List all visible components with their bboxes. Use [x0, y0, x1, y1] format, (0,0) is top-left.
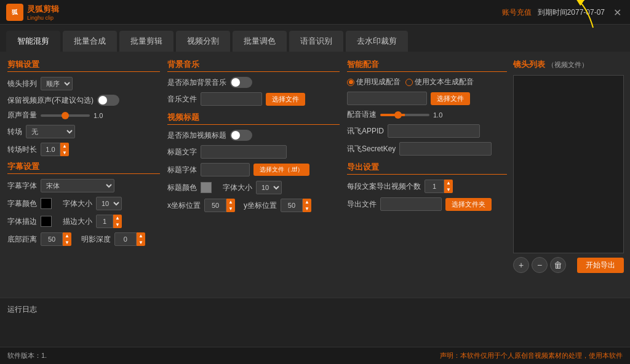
keep-audio-row: 保留视频原声(不建议勾选): [7, 95, 160, 106]
keep-audio-toggle[interactable]: [97, 95, 119, 106]
dubbing-speed-value: 1.0: [433, 111, 448, 119]
title-color-swatch[interactable]: [201, 182, 212, 193]
add-music-label: 是否添加背景音乐: [167, 77, 226, 88]
original-volume-label: 原声音量: [7, 110, 37, 121]
right-panel: 智能配音 使用现成配音 使用文本生成配音 选择文件: [347, 59, 624, 290]
shadow-depth-input[interactable]: [114, 232, 137, 246]
shadow-depth-label: 明影深度: [81, 234, 111, 245]
lens-order-select[interactable]: 顺序 随机: [41, 77, 73, 90]
vip-link[interactable]: 账号充值: [502, 7, 532, 18]
y-pos-up[interactable]: ▲: [303, 199, 311, 205]
title-bar: 狐 灵狐剪辑 Linghu clip 账号充值 到期时间2077-07-07 ✕: [0, 0, 630, 25]
tab-video-split[interactable]: 视频分割: [176, 31, 230, 52]
clip-list-panel: 镜头列表 （视频文件） + − 🗑 开始导出: [513, 59, 624, 290]
status-left: 软件版本：1.: [7, 351, 47, 360]
per-copy-input[interactable]: [425, 180, 444, 193]
tab-speech-recognition[interactable]: 语音识别: [289, 31, 343, 52]
secret-key-label: 讯飞SecretKey: [347, 144, 396, 154]
delete-clip-btn[interactable]: 🗑: [550, 257, 566, 273]
add-music-toggle[interactable]: [230, 77, 252, 88]
log-area: 运行日志: [0, 298, 630, 347]
transition-duration-down[interactable]: ▼: [60, 149, 69, 156]
original-volume-slider-container: 1.0: [41, 112, 160, 119]
appid-input[interactable]: [388, 124, 480, 138]
use-existing-radio[interactable]: 使用现成配音: [347, 77, 401, 87]
per-copy-down[interactable]: ▼: [444, 186, 453, 193]
arrow-annotation: [556, 0, 605, 31]
start-export-btn[interactable]: 开始导出: [577, 258, 624, 273]
y-pos-input[interactable]: [281, 199, 303, 212]
dubbing-source-radio-group: 使用现成配音 使用文本生成配音: [347, 77, 474, 87]
music-file-input[interactable]: [201, 92, 262, 106]
transition-select[interactable]: 无 淡入淡出: [26, 125, 75, 138]
bottom-margin-input[interactable]: [41, 232, 63, 246]
subtitle-font-select[interactable]: 宋体 黑体 楷体: [41, 179, 114, 192]
x-pos-up[interactable]: ▲: [226, 199, 235, 205]
transition-label: 转场: [7, 127, 22, 137]
tab-batch-color[interactable]: 批量调色: [233, 31, 287, 52]
secret-key-input[interactable]: [399, 142, 492, 156]
tab-watermark-crop[interactable]: 去水印裁剪: [346, 31, 408, 52]
bottom-margin-label: 底部距离: [7, 234, 37, 245]
original-volume-slider[interactable]: [41, 114, 90, 117]
add-title-toggle[interactable]: [230, 130, 252, 141]
title-font-size-label: 字体大小: [223, 183, 252, 193]
bottom-margin-down[interactable]: ▼: [63, 239, 71, 246]
y-pos-spinner: ▲ ▼: [281, 199, 311, 212]
shadow-depth-up[interactable]: ▲: [137, 232, 145, 239]
clip-list-title: 镜头列表: [513, 59, 545, 71]
tab-batch-compose[interactable]: 批量合成: [63, 31, 117, 52]
subtitle-color-swatch[interactable]: [41, 198, 52, 209]
title-text-row: 标题文字: [167, 145, 340, 159]
bottom-margin-row: 底部距离 ▲ ▼ 明影深度 ▲ ▼: [7, 232, 160, 246]
select-font-btn[interactable]: 选择文件（.ttf）: [253, 164, 309, 176]
add-clip-btn[interactable]: +: [513, 257, 529, 273]
stroke-size-down[interactable]: ▼: [113, 221, 122, 228]
use-existing-label: 使用现成配音: [356, 77, 401, 87]
shadow-depth-spinner: ▲ ▼: [114, 232, 145, 246]
title-font-size-select[interactable]: 1012: [256, 181, 282, 194]
xy-pos-row: x坐标位置 ▲ ▼ y坐标位置 ▲ ▼: [167, 199, 340, 212]
bottom-margin-up[interactable]: ▲: [63, 232, 71, 239]
x-pos-input[interactable]: [204, 199, 226, 212]
x-pos-down[interactable]: ▼: [226, 205, 235, 212]
stroke-size-up[interactable]: ▲: [113, 215, 122, 221]
use-text-radio[interactable]: 使用文本生成配音: [405, 77, 474, 87]
subtitle-font-row: 字幕字体 宋体 黑体 楷体: [7, 179, 160, 192]
transition-duration-up[interactable]: ▲: [60, 143, 69, 149]
select-music-btn[interactable]: 选择文件: [266, 93, 305, 106]
tab-smart-mix[interactable]: 智能混剪: [6, 31, 60, 52]
use-text-label: 使用文本生成配音: [415, 77, 474, 87]
subtitle-font-label: 字幕字体: [7, 181, 37, 191]
stroke-color-swatch[interactable]: [41, 216, 52, 227]
font-size-select[interactable]: 10121416: [96, 197, 122, 210]
dubbing-file-input[interactable]: [347, 92, 427, 105]
clip-list-subtitle: （视频文件）: [548, 60, 588, 69]
title-text-input[interactable]: [201, 145, 287, 159]
stroke-size-arrows: ▲ ▼: [113, 215, 122, 228]
shadow-depth-down[interactable]: ▼: [137, 239, 145, 246]
per-copy-arrows: ▲ ▼: [444, 180, 453, 193]
title-right: 账号充值 到期时间2077-07-07 ✕: [502, 0, 624, 25]
title-font-input[interactable]: [201, 163, 250, 176]
original-volume-value: 1.0: [94, 112, 108, 119]
per-copy-up[interactable]: ▲: [444, 180, 453, 186]
per-copy-label: 每段文案导出视频个数: [347, 181, 421, 192]
y-pos-down[interactable]: ▼: [303, 205, 311, 212]
logo-icon: 狐: [6, 4, 23, 21]
select-folder-btn[interactable]: 选择文件夹: [445, 198, 492, 211]
transition-duration-input[interactable]: [41, 143, 60, 156]
close-button[interactable]: ✕: [611, 7, 624, 18]
app-subtitle: Linghu clip: [27, 15, 59, 21]
export-file-input[interactable]: [380, 197, 442, 211]
remove-clip-btn[interactable]: −: [532, 257, 548, 273]
tab-batch-edit[interactable]: 批量剪辑: [119, 31, 173, 52]
select-dubbing-btn[interactable]: 选择文件: [431, 92, 470, 105]
x-pos-spinner: ▲ ▼: [204, 199, 235, 212]
dubbing-speed-row: 配音语速 1.0: [347, 109, 507, 120]
dubbing-speed-label: 配音语速: [347, 109, 377, 120]
transition-duration-label: 转场时长: [7, 144, 37, 155]
stroke-size-input[interactable]: [96, 215, 113, 228]
video-title-section-title: 视频标题: [167, 112, 340, 125]
dubbing-speed-slider[interactable]: [380, 114, 429, 116]
